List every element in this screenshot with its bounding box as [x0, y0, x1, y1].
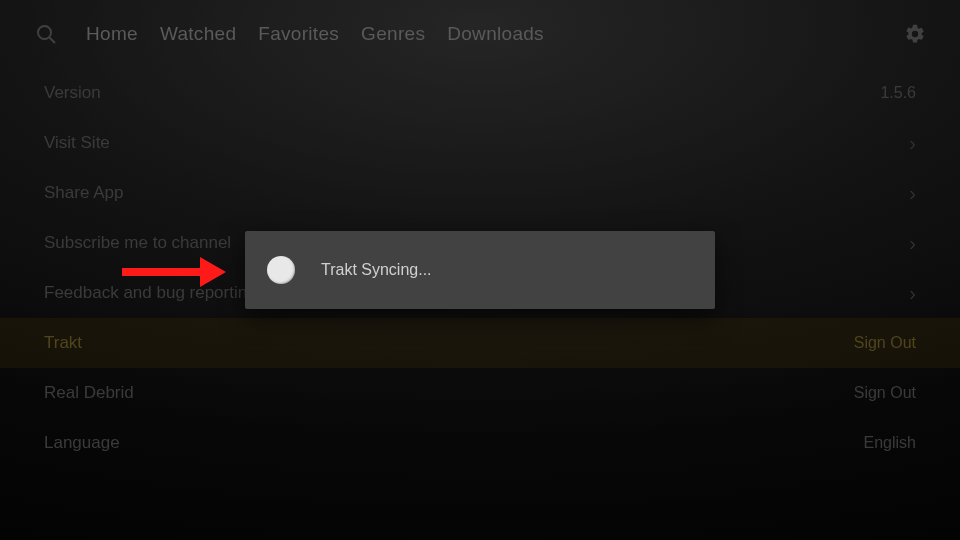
- sync-dialog-message: Trakt Syncing...: [321, 261, 432, 279]
- sync-dialog: Trakt Syncing...: [245, 231, 715, 309]
- loading-spinner-icon: [267, 256, 295, 284]
